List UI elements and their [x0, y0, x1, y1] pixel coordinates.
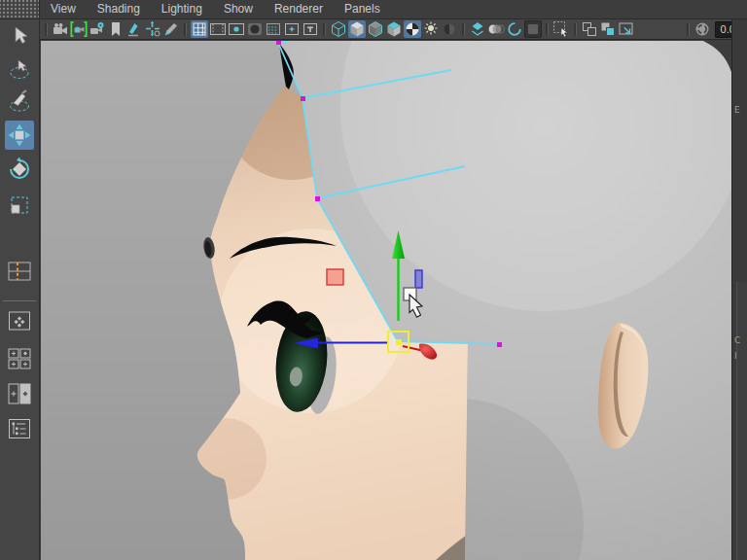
right-panel-inner: [736, 282, 747, 560]
menu-renderer[interactable]: Renderer: [264, 0, 334, 18]
lighting-icon[interactable]: [422, 20, 440, 38]
move-tool[interactable]: [5, 121, 34, 150]
default-material-icon[interactable]: [385, 20, 403, 38]
four-pane-layout[interactable]: [6, 346, 33, 371]
camera-icon[interactable]: [52, 20, 69, 38]
scale-tool[interactable]: [5, 191, 34, 220]
face-highlight[interactable]: [327, 269, 343, 285]
menu-lighting[interactable]: Lighting: [151, 0, 213, 18]
depth-peel-icon[interactable]: [524, 20, 542, 38]
camera-lock-icon[interactable]: [70, 20, 88, 38]
camera-attributes-icon[interactable]: [89, 20, 106, 38]
move-pivot-icon[interactable]: [144, 20, 161, 38]
field-chart-icon[interactable]: [265, 20, 282, 38]
two-pane-layout[interactable]: [6, 381, 33, 406]
pencil-icon[interactable]: [162, 20, 180, 38]
clipped-text: I: [734, 351, 737, 361]
plane-handle: [415, 270, 422, 288]
grid-icon[interactable]: [191, 20, 208, 38]
bookmark-icon[interactable]: [107, 20, 124, 38]
toolbar-separator: [323, 23, 326, 36]
sidebar-divider: [3, 300, 36, 301]
toolbar-separator: [184, 23, 187, 36]
menu-show[interactable]: Show: [213, 0, 264, 18]
toolbox-sidebar: [0, 19, 40, 560]
gate-mask-icon[interactable]: [246, 20, 264, 38]
isolate-select-icon[interactable]: [581, 20, 598, 38]
panel-menu-bar: View Shading Lighting Show Renderer Pane…: [0, 0, 747, 19]
shadows-icon[interactable]: [441, 20, 458, 38]
toolbar-separator: [462, 23, 465, 36]
ambient-occlusion-icon[interactable]: [469, 20, 486, 38]
selected-vertex: [396, 339, 402, 345]
safe-title-icon[interactable]: [302, 20, 319, 38]
marquee-select-icon[interactable]: [552, 20, 570, 38]
menu-shading[interactable]: Shading: [87, 0, 151, 18]
clipped-text: C: [734, 335, 740, 345]
ink-pen-icon[interactable]: [125, 20, 143, 38]
menu-view[interactable]: View: [40, 0, 87, 18]
toolbox-grip[interactable]: [0, 0, 40, 18]
wireframe-on-shaded-icon[interactable]: [367, 20, 384, 38]
isolate-selected-icon[interactable]: [599, 20, 617, 38]
rotate-tool[interactable]: [5, 155, 34, 184]
toolbar-separator: [687, 23, 690, 36]
single-pane-layout[interactable]: [6, 308, 33, 333]
paint-select-tool[interactable]: [5, 87, 34, 116]
image-plane-icon[interactable]: [618, 20, 635, 38]
resolution-gate-icon[interactable]: [228, 20, 245, 38]
lasso-select-tool[interactable]: [5, 54, 34, 84]
select-tool[interactable]: [5, 22, 34, 52]
toolbar-separator: [45, 23, 48, 36]
toolbar-separator: [574, 23, 577, 36]
anti-alias-icon[interactable]: [506, 20, 523, 38]
aperture-refresh-icon[interactable]: [694, 20, 711, 38]
toolbar-separator: [546, 23, 549, 36]
wireframe-icon[interactable]: [330, 20, 347, 38]
outliner-layout[interactable]: [6, 416, 33, 441]
right-panel-edge: E C I: [731, 19, 747, 560]
safe-action-icon[interactable]: [283, 20, 301, 38]
menu-panels[interactable]: Panels: [334, 0, 391, 18]
viewport-toolbar: 0.00: [40, 19, 747, 40]
film-gate-icon[interactable]: [209, 20, 227, 38]
motion-blur-icon[interactable]: [487, 20, 505, 38]
current-layout-indicator[interactable]: [6, 259, 33, 284]
textured-icon[interactable]: [404, 20, 421, 38]
shaded-icon[interactable]: [348, 20, 366, 38]
viewport-canvas[interactable]: [41, 41, 731, 560]
clipped-text: E: [734, 105, 740, 115]
